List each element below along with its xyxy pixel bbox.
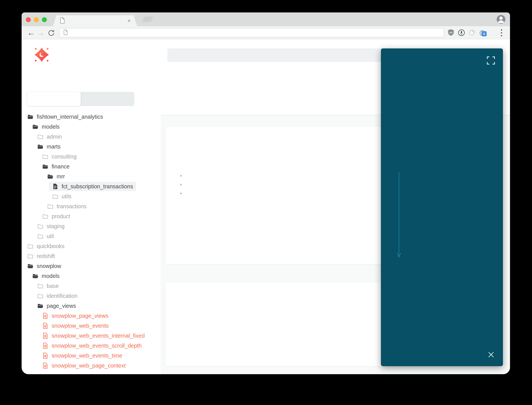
tree-item-label: page_views xyxy=(47,303,76,309)
tree-item-label: marts xyxy=(47,143,61,150)
tree-item[interactable]: mrr xyxy=(22,171,161,182)
dbt-logo-icon[interactable] xyxy=(33,47,50,63)
browser-toolbar: ← → uO x xyxy=(22,26,510,39)
tree-item[interactable]: snowplow xyxy=(22,261,161,271)
tab-strip: × xyxy=(22,13,510,26)
tree-item-label: consulting xyxy=(52,154,77,160)
tree-item-label: snowplow_web_events_time xyxy=(52,352,122,359)
file-error-icon xyxy=(42,332,49,339)
tree-item[interactable]: base xyxy=(22,281,161,291)
new-tab-button[interactable] xyxy=(142,17,153,22)
browser-tab[interactable]: × xyxy=(53,15,137,26)
tree-item[interactable]: admin xyxy=(22,132,161,142)
tree-item-label: snowplow_web_events_internal_fixed xyxy=(52,333,145,339)
tree-item[interactable]: identification xyxy=(22,291,161,301)
tree-item[interactable]: staging xyxy=(22,221,161,231)
file-error-icon xyxy=(42,313,49,319)
file-icon xyxy=(52,183,59,190)
folder-open-icon xyxy=(42,163,49,170)
folder-closed-icon xyxy=(37,133,44,140)
file-error-icon xyxy=(42,342,49,349)
file-error-icon xyxy=(42,352,49,359)
folder-open-icon xyxy=(32,273,39,279)
tree-item-label: admin xyxy=(47,134,62,140)
folder-closed-icon xyxy=(37,223,44,230)
close-tab-icon[interactable]: × xyxy=(128,18,131,24)
tree-item-label: redshift xyxy=(37,253,55,259)
folder-open-icon xyxy=(32,123,39,130)
tree-item[interactable]: snowplow_web_events_internal_fixed xyxy=(22,331,161,341)
tree-item-label: snowplow_web_events_scroll_depth xyxy=(52,343,142,349)
tree-item-label: mrr xyxy=(57,173,65,180)
tree-item-label: snowplow_page_views xyxy=(52,313,108,319)
extension-circle-icon[interactable] xyxy=(467,26,476,39)
tree-item[interactable]: marts xyxy=(22,142,161,152)
tree-item-label: base xyxy=(47,283,59,289)
tree-item[interactable]: snowplow_web_events_time xyxy=(22,351,161,361)
browser-window: × ← → uO x xyxy=(22,13,510,374)
tree-item[interactable]: snowplow_web_events_scroll_depth xyxy=(22,341,161,351)
profile-icon[interactable] xyxy=(497,15,506,24)
tree-item[interactable]: fct_subscription_transactions xyxy=(22,182,161,191)
menu-icon[interactable] xyxy=(497,26,506,39)
tree-item[interactable]: models xyxy=(22,122,161,132)
tree-item[interactable]: redshift xyxy=(22,251,161,261)
address-bar[interactable] xyxy=(59,28,444,37)
tree-item-label: utils xyxy=(62,193,72,200)
folder-open-icon xyxy=(27,114,34,120)
tab-project[interactable] xyxy=(27,92,81,106)
onepassword-icon[interactable] xyxy=(457,26,466,39)
tree-item[interactable]: snowplow_web_page_context xyxy=(22,361,161,371)
back-button[interactable]: ← xyxy=(27,26,35,39)
folder-closed-icon xyxy=(47,203,53,209)
file-error-icon xyxy=(42,362,49,369)
tree-item-label: fishtown_internal_analytics xyxy=(37,114,103,120)
maximize-window-button[interactable] xyxy=(42,17,47,22)
tree-item[interactable]: snowplow_page_views xyxy=(22,311,161,321)
folder-closed-icon xyxy=(37,233,44,239)
tree-item[interactable]: fishtown_internal_analytics xyxy=(22,112,161,122)
power-extension-badge: x xyxy=(481,31,487,36)
tree-item[interactable]: consulting xyxy=(22,152,161,162)
folder-closed-icon xyxy=(27,253,34,259)
folder-closed-icon xyxy=(52,193,59,200)
tree-item-label: snowplow_web_events xyxy=(52,323,109,329)
file-tree: fishtown_internal_analytics models xyxy=(22,112,161,371)
tree-item-label: quickbooks xyxy=(37,243,65,250)
folder-closed-icon xyxy=(27,243,34,250)
tree-item-label: snowplow_web_page_context xyxy=(52,363,126,369)
folder-open-icon xyxy=(37,143,44,150)
tree-item-label: models xyxy=(42,273,60,279)
folder-closed-icon xyxy=(42,213,49,220)
file-error-icon xyxy=(42,323,49,329)
tree-item[interactable]: transactions xyxy=(22,201,161,211)
tree-item[interactable]: product xyxy=(22,211,161,221)
tree-item-label: models xyxy=(42,124,60,130)
reload-button[interactable] xyxy=(47,26,55,39)
close-icon[interactable] xyxy=(488,351,494,359)
minimize-window-button[interactable] xyxy=(34,17,39,22)
svg-text:uO: uO xyxy=(449,31,453,34)
close-window-button[interactable] xyxy=(26,17,31,22)
snowflake-icon[interactable] xyxy=(488,26,497,39)
folder-open-icon xyxy=(47,173,53,180)
folder-closed-icon xyxy=(37,293,44,299)
tree-item-label: transactions xyxy=(57,203,86,209)
ublock-origin-icon[interactable]: uO xyxy=(446,26,455,39)
tree-item[interactable]: models xyxy=(22,271,161,281)
tree-item[interactable]: quickbooks xyxy=(22,241,161,251)
tree-item[interactable]: util xyxy=(22,231,161,241)
tree-item[interactable]: utils xyxy=(22,191,161,201)
tree-item-label: util xyxy=(47,233,54,239)
tree-item-label: product xyxy=(52,213,70,220)
tree-item[interactable]: finance xyxy=(22,162,161,171)
tree-item[interactable]: snowplow_web_events xyxy=(22,321,161,331)
tree-item-label: staging xyxy=(47,223,65,230)
tree-item-label: finance xyxy=(52,163,70,170)
forward-button[interactable]: → xyxy=(37,26,45,39)
source-toggle xyxy=(27,92,134,106)
tree-item[interactable]: page_views xyxy=(22,301,161,311)
power-extension-icon[interactable]: x xyxy=(478,26,487,39)
folder-closed-icon xyxy=(42,153,49,160)
folder-open-icon xyxy=(37,303,44,309)
